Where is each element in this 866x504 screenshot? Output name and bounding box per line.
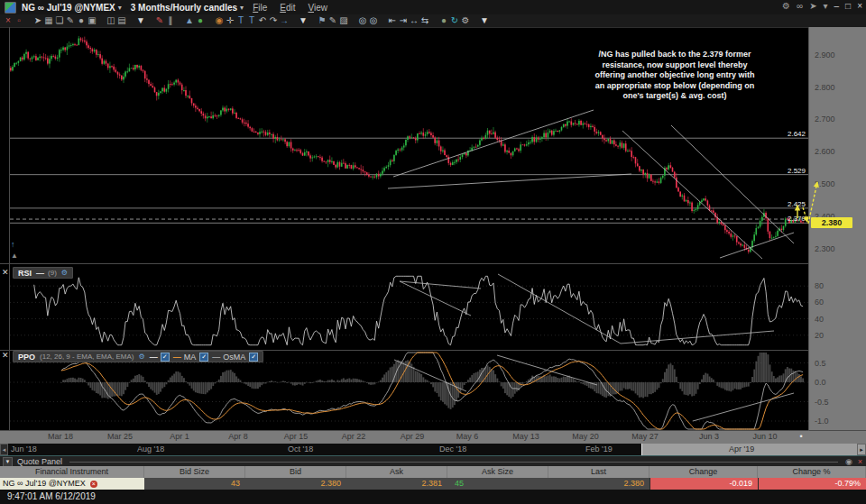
drawings-dropdown-icon[interactable]: ▼: [298, 14, 309, 27]
menu-view[interactable]: View: [308, 3, 327, 13]
svg-text:0.5: 0.5: [815, 359, 826, 368]
change-value: -0.019: [650, 478, 758, 490]
date-tick: May 27: [631, 432, 659, 441]
hatch-pattern-icon[interactable]: ▨: [338, 14, 349, 27]
close-chart-icon[interactable]: ×: [3, 14, 14, 27]
link-windows-icon[interactable]: ∞: [797, 1, 803, 11]
shape-circle-icon[interactable]: ●: [76, 14, 87, 27]
quote-panel-collapse-icon[interactable]: ▼: [3, 457, 13, 467]
triangle-marker-icon[interactable]: ▲: [184, 14, 195, 27]
annotation-line-0: /NG has pulled back to the 2.379 former: [552, 50, 797, 60]
zoom-out-icon[interactable]: ◎: [368, 14, 379, 27]
target-icon[interactable]: ◉: [214, 14, 225, 27]
cursor-icon[interactable]: ➤: [32, 14, 43, 27]
app-logo-icon: [5, 2, 16, 14]
menu-file[interactable]: File: [253, 3, 267, 13]
compress-bars-icon[interactable]: ⇤: [387, 14, 398, 27]
date-tick: Jun 3: [699, 432, 719, 441]
page-icon[interactable]: ❏: [54, 14, 65, 27]
pin-caret-icon[interactable]: ▾: [824, 1, 828, 11]
ppo-legend-swatch-1: —: [173, 353, 180, 362]
svg-text:80: 80: [815, 281, 824, 290]
svg-text:2.800: 2.800: [815, 83, 835, 92]
rsi-header: RSI — (9) ⚙: [13, 267, 73, 279]
svg-text:2.900: 2.900: [815, 50, 835, 60]
svg-text:40: 40: [815, 315, 824, 324]
rsi-close-icon[interactable]: ✕: [2, 269, 9, 277]
annotate-pencil-icon[interactable]: ✎: [327, 14, 338, 27]
close-icon[interactable]: ×: [857, 1, 862, 11]
selection-box-icon[interactable]: ▫: [14, 14, 24, 27]
rsi-settings-icon[interactable]: ⚙: [61, 269, 68, 277]
ppo-legend-checkbox-1[interactable]: ✓: [199, 353, 208, 362]
column-header-last: Last: [548, 466, 650, 478]
quote-panel-close-icon[interactable]: ×: [858, 457, 862, 466]
bid-value: 2.380: [245, 478, 346, 490]
column-header-financial-instrument: Financial Instrument: [0, 466, 144, 478]
ellipse-marker-icon[interactable]: ●: [195, 14, 206, 27]
redo-icon[interactable]: ↷: [268, 14, 279, 27]
indicator-flag-icon[interactable]: ⚑: [317, 14, 327, 27]
quote-columns-header: Financial InstrumentBid SizeBidAskAsk Si…: [0, 466, 866, 478]
stamp-icon[interactable]: ✎: [65, 14, 76, 27]
candlestick-icon[interactable]: ∥: [165, 14, 176, 27]
svg-text:2.642: 2.642: [788, 130, 806, 138]
scrollbar-right-arrow-icon[interactable]: ▸: [857, 444, 866, 455]
date-tick: Apr 29: [401, 432, 425, 441]
column-header-bid-size: Bid Size: [144, 466, 245, 478]
pin-icon[interactable]: ➤: [809, 1, 816, 11]
scrollbar-left-arrow-icon[interactable]: ◂: [0, 444, 8, 455]
remove-instrument-icon[interactable]: ×: [90, 481, 97, 488]
last-value: 2.380: [548, 478, 650, 490]
menu-edit[interactable]: Edit: [280, 3, 295, 13]
scrollbar-period-label: Jun '18: [11, 444, 37, 454]
quote-panel-rule: [69, 462, 838, 463]
ppo-header: PPO (12, 26, 9 - EMA, EMA, EMA) ⚙ —✓—MA✓…: [13, 351, 263, 362]
period-caret-icon[interactable]: ▾: [240, 4, 244, 12]
bar-shift-icon[interactable]: ⇆: [419, 14, 430, 27]
ppo-legend-checkbox-2[interactable]: ✓: [249, 353, 258, 362]
more-dropdown-icon[interactable]: ▼: [479, 14, 490, 27]
layout-icon[interactable]: ◫: [106, 14, 116, 27]
bid-size-value: 43: [144, 478, 245, 490]
trendline-pencil-icon[interactable]: ✎: [154, 14, 165, 27]
svg-text:0.0: 0.0: [815, 378, 826, 387]
scrollbar-period-label: Feb '19: [585, 444, 613, 454]
ppo-settings-icon[interactable]: ⚙: [139, 353, 145, 361]
list-icon[interactable]: ▤: [116, 14, 127, 27]
svg-text:-0.5: -0.5: [815, 398, 829, 407]
svg-text:-1.0: -1.0: [815, 417, 829, 426]
quote-instrument-cell[interactable]: NG ∞ Jul'19 @NYMEX ×: [0, 478, 144, 490]
undo-icon[interactable]: ↶: [257, 14, 268, 27]
svg-text:2.529: 2.529: [788, 167, 806, 175]
svg-text:2.700: 2.700: [815, 115, 835, 124]
globe-icon[interactable]: ●: [438, 14, 449, 27]
period-title[interactable]: 3 Months/Hourly candles: [131, 3, 237, 13]
symbol-caret-icon[interactable]: ▾: [118, 4, 122, 12]
tools-dropdown-icon[interactable]: ▼: [135, 14, 146, 27]
chart-annotation: /NG has pulled back to the 2.379 formerr…: [552, 50, 797, 102]
scrollbar-thumb[interactable]: Apr '19: [641, 444, 857, 455]
bar-width-icon[interactable]: ↔: [409, 14, 419, 27]
svg-text:60: 60: [815, 298, 824, 307]
text-note-icon[interactable]: T: [235, 14, 246, 27]
zoom-in-icon[interactable]: ◎: [357, 14, 368, 27]
ppo-close-icon[interactable]: ✕: [2, 352, 9, 360]
arrow-draw-icon[interactable]: →: [279, 14, 290, 27]
column-header-change: Change: [650, 466, 758, 478]
chart-scrollbar[interactable]: ◂ Apr '19 ▸ Jun '18Aug '18Oct '18Dec '18…: [0, 444, 866, 455]
crosshair-icon[interactable]: ✛: [225, 14, 235, 27]
quote-panel-settings-icon[interactable]: ◉: [845, 457, 852, 466]
wrench-icon[interactable]: ⚙: [460, 14, 471, 27]
text-label-icon[interactable]: T: [246, 14, 257, 27]
restore-icon[interactable]: □: [845, 1, 851, 11]
refresh-icon[interactable]: ↻: [449, 14, 460, 27]
ppo-legend-checkbox-0[interactable]: ✓: [161, 353, 170, 362]
expand-bars-icon[interactable]: ⇥: [398, 14, 409, 27]
symbol-title[interactable]: NG ∞ Jul'19 @NYMEX: [22, 3, 115, 13]
minimize-icon[interactable]: –: [834, 1, 840, 11]
image-icon[interactable]: ▣: [87, 14, 97, 27]
settings-gear-icon[interactable]: ⚙: [782, 1, 790, 11]
rsi-line-swatch: —: [36, 269, 43, 278]
grid-icon[interactable]: ▦: [43, 14, 54, 27]
